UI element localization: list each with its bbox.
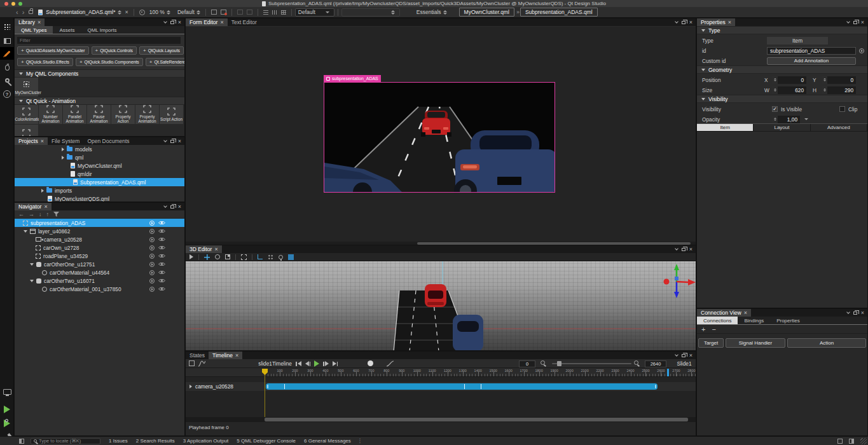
library-component[interactable]: MyOwnCluster: [15, 78, 38, 97]
timeline-scrollbar[interactable]: [186, 417, 696, 422]
lock-icon[interactable]: [29, 10, 33, 14]
tab-library[interactable]: Library×: [15, 18, 45, 26]
remove-connection-icon[interactable]: −: [712, 325, 715, 333]
float-panel-icon[interactable]: [170, 205, 174, 209]
curve-editor-icon[interactable]: [387, 360, 394, 367]
library-filter-input[interactable]: [17, 37, 181, 44]
float-panel-icon[interactable]: [170, 21, 174, 24]
export-toggle-icon[interactable]: [149, 278, 155, 284]
close-icon[interactable]: ×: [744, 310, 747, 315]
section-geometry[interactable]: Geometry: [697, 65, 867, 74]
collapse-panel-icon[interactable]: [163, 20, 167, 24]
height-field[interactable]: 290: [822, 86, 856, 94]
visibility-eye-icon[interactable]: [158, 286, 165, 292]
collapse-panel-icon[interactable]: [675, 20, 679, 24]
toggle-right-sidebar-icon[interactable]: [849, 439, 854, 444]
column-action[interactable]: Action: [787, 338, 866, 348]
float-panel-icon[interactable]: [853, 21, 857, 24]
collapse-panel-icon[interactable]: [163, 139, 167, 142]
output-pane-button[interactable]: 6 General Messages: [304, 438, 351, 444]
y-field[interactable]: 0: [822, 76, 856, 84]
zoom-in-icon[interactable]: [634, 360, 638, 365]
output-panes-menu-icon[interactable]: ⋮: [357, 438, 362, 444]
collapse-icon[interactable]: [24, 230, 27, 233]
output-pane-button[interactable]: 2 Search Results: [136, 438, 175, 444]
visibility-eye-icon[interactable]: [158, 253, 165, 259]
library-section-header[interactable]: Qt Quick - Animation: [15, 97, 184, 105]
library-component[interactable]: [15, 125, 38, 137]
tree-item[interactable]: qml: [15, 153, 184, 161]
play-button[interactable]: [314, 360, 319, 367]
expand-icon[interactable]: [62, 147, 64, 151]
column-view-icon[interactable]: [272, 10, 277, 15]
collapse-icon[interactable]: [30, 263, 34, 266]
move-down-icon[interactable]: ↓: [39, 211, 42, 217]
tab-item[interactable]: Item: [697, 124, 754, 131]
list-view-icon[interactable]: [263, 10, 268, 15]
tab-projects[interactable]: Projects×: [15, 137, 48, 145]
camera-mode-icon[interactable]: [288, 254, 294, 260]
float-panel-icon[interactable]: [170, 140, 174, 143]
end-frame-field[interactable]: 2640: [645, 360, 666, 367]
keyframe-icon[interactable]: [481, 384, 481, 389]
export-toggle-icon[interactable]: [149, 221, 155, 226]
section-type[interactable]: Type: [697, 26, 867, 34]
edit-light-icon[interactable]: [279, 255, 283, 259]
keyframe-icon[interactable]: [284, 384, 285, 389]
workspace-select[interactable]: Essentials: [417, 9, 441, 15]
visibility-eye-icon[interactable]: [158, 278, 165, 284]
snap-toggle-icon[interactable]: [268, 254, 273, 260]
move-up-icon[interactable]: ↑: [46, 211, 50, 217]
library-component[interactable]: Property Animation: [135, 105, 159, 124]
current-frame-field[interactable]: 0: [519, 360, 535, 367]
tree-item[interactable]: Subpresentation_ADAS.qml: [15, 178, 184, 186]
tree-item[interactable]: MyOwnclusterQDS.qml: [15, 195, 184, 202]
tab-properties[interactable]: Properties×: [697, 18, 735, 26]
form-editor-canvas[interactable]: subpresentation_ADAS: [186, 27, 696, 242]
orientation-icon[interactable]: [258, 254, 263, 259]
tab-properties-bindings[interactable]: Properties: [770, 317, 806, 324]
library-component[interactable]: ColorAnimation: [15, 105, 38, 124]
float-panel-icon[interactable]: [682, 354, 685, 357]
copy-style-icon[interactable]: [237, 10, 243, 15]
kit-selector-icon[interactable]: [0, 385, 14, 398]
style-dropdown-icon[interactable]: [196, 10, 200, 15]
opacity-dropdown-icon[interactable]: [804, 118, 808, 120]
x-field[interactable]: 0: [772, 76, 806, 84]
library-import-button[interactable]: +QtQuick.Studio.Components: [76, 58, 143, 66]
timeline-animation-bar[interactable]: [266, 383, 658, 390]
timeline-zoom-slider[interactable]: [552, 363, 631, 364]
tab-assets[interactable]: Assets: [53, 26, 81, 34]
run-debug-button[interactable]: [0, 417, 14, 430]
output-pane-button[interactable]: 3 Application Output: [183, 438, 229, 444]
close-panel-icon[interactable]: ×: [861, 20, 864, 25]
tree-item[interactable]: models: [15, 145, 184, 153]
close-icon[interactable]: ×: [44, 204, 47, 209]
collapse-icon[interactable]: [30, 280, 34, 282]
welcome-mode-icon[interactable]: [0, 20, 14, 33]
scale-tool-icon[interactable]: [225, 254, 230, 259]
keyframe-icon[interactable]: [464, 384, 465, 389]
tab-form-editor[interactable]: Form Editor×: [186, 18, 228, 26]
collapse-panel-icon[interactable]: [675, 247, 679, 250]
record-button[interactable]: [368, 360, 373, 366]
collapse-panel-icon[interactable]: [675, 353, 679, 357]
export-toggle-icon[interactable]: [149, 287, 155, 292]
close-icon[interactable]: ×: [41, 139, 44, 144]
paste-style-icon[interactable]: [247, 10, 252, 15]
progress-icon[interactable]: [837, 439, 843, 444]
grid-view-icon[interactable]: [281, 10, 286, 15]
locator-field[interactable]: Type to locate (⌘K): [31, 438, 100, 444]
clip-checkbox[interactable]: [839, 106, 845, 112]
end-frame-marker[interactable]: [667, 369, 669, 376]
forward-icon[interactable]: ›: [20, 9, 27, 15]
tab-qml-types[interactable]: QML Types: [15, 26, 53, 34]
export-toggle-icon[interactable]: [149, 254, 155, 259]
section-visibility[interactable]: Visibility: [697, 95, 867, 103]
select-tool-icon[interactable]: [189, 254, 193, 259]
library-import-button[interactable]: +QtQuick.Studio.Effects: [17, 58, 73, 66]
float-panel-icon[interactable]: [682, 21, 685, 24]
previous-frame-button[interactable]: [305, 361, 311, 366]
close-panel-icon[interactable]: ×: [178, 20, 181, 25]
tab-timeline[interactable]: Timeline×: [209, 352, 242, 359]
